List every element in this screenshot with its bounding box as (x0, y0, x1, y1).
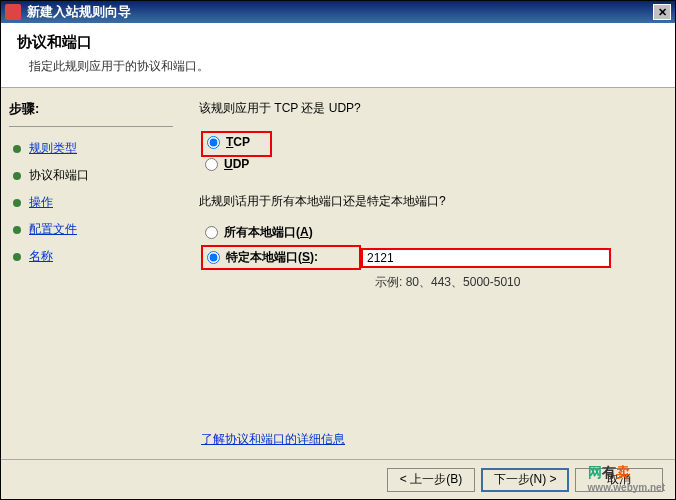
step-rule-type[interactable]: 规则类型 (9, 135, 173, 162)
specific-ports-row: 特定本地端口(S): (205, 245, 657, 270)
udp-radio[interactable] (205, 158, 218, 171)
step-label: 规则类型 (29, 140, 77, 157)
port-input[interactable] (361, 248, 611, 268)
specific-ports-highlight: 特定本地端口(S): (201, 245, 361, 270)
step-protocol-ports: 协议和端口 (9, 162, 173, 189)
step-profile[interactable]: 配置文件 (9, 216, 173, 243)
protocol-radio-group: TCP UDP (205, 131, 657, 171)
port-example: 示例: 80、443、5000-5010 (375, 274, 657, 291)
wizard-footer: < 上一步(B) 下一步(N) > 取消 (1, 459, 675, 499)
step-label: 协议和端口 (29, 167, 89, 184)
specific-ports-radio-row[interactable]: 特定本地端口(S): (207, 249, 318, 266)
ports-question: 此规则话用于所有本地端口还是特定本地端口? (199, 193, 657, 210)
step-name[interactable]: 名称 (9, 243, 173, 270)
tcp-radio-row[interactable]: TCP (207, 135, 250, 149)
wizard-window: 新建入站规则向导 ✕ 协议和端口 指定此规则应用于的协议和端口。 步骤: 规则类… (0, 0, 676, 500)
page-description: 指定此规则应用于的协议和端口。 (29, 58, 659, 75)
tcp-radio[interactable] (207, 136, 220, 149)
all-ports-radio[interactable] (205, 226, 218, 239)
divider (9, 126, 173, 127)
protocol-question: 该规则应用于 TCP 还是 UDP? (199, 100, 657, 117)
main-panel: 该规则应用于 TCP 还是 UDP? TCP UDP 此规则话用于所有本地端口还… (181, 88, 675, 468)
next-button[interactable]: 下一步(N) > (481, 468, 569, 492)
wizard-header: 协议和端口 指定此规则应用于的协议和端口。 (1, 23, 675, 88)
watermark: 网有卖 www.webym.net (588, 464, 665, 493)
specific-ports-radio[interactable] (207, 251, 220, 264)
ports-radio-group: 所有本地端口(A) 特定本地端口(S): 示例: 80、443、5000-501… (205, 224, 657, 291)
back-button[interactable]: < 上一步(B) (387, 468, 475, 492)
page-title: 协议和端口 (17, 33, 659, 52)
bullet-icon (13, 172, 21, 180)
titlebar: 新建入站规则向导 ✕ (1, 1, 675, 23)
step-action[interactable]: 操作 (9, 189, 173, 216)
udp-label: UDP (224, 157, 249, 171)
app-icon (5, 4, 21, 20)
step-label: 名称 (29, 248, 53, 265)
steps-sidebar: 步骤: 规则类型 协议和端口 操作 配置文件 名称 (1, 88, 181, 468)
all-ports-label: 所有本地端口(A) (224, 224, 313, 241)
bullet-icon (13, 226, 21, 234)
window-title: 新建入站规则向导 (27, 3, 653, 21)
specific-ports-label: 特定本地端口(S): (226, 249, 318, 266)
bullet-icon (13, 199, 21, 207)
bullet-icon (13, 145, 21, 153)
help-link[interactable]: 了解协议和端口的详细信息 (201, 431, 345, 448)
steps-heading: 步骤: (9, 100, 173, 118)
close-button[interactable]: ✕ (653, 4, 671, 20)
step-label: 配置文件 (29, 221, 77, 238)
wizard-body: 步骤: 规则类型 协议和端口 操作 配置文件 名称 (1, 88, 675, 468)
tcp-label: TCP (226, 135, 250, 149)
udp-radio-row[interactable]: UDP (205, 157, 657, 171)
bullet-icon (13, 253, 21, 261)
all-ports-radio-row[interactable]: 所有本地端口(A) (205, 224, 657, 241)
step-label: 操作 (29, 194, 53, 211)
tcp-highlight: TCP (201, 131, 272, 157)
